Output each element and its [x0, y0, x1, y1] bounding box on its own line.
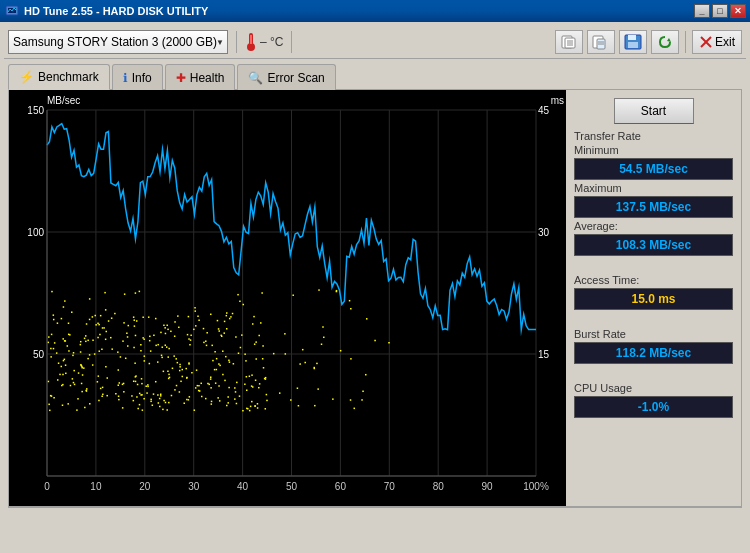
exit-label: Exit: [715, 35, 735, 49]
health-tab-icon: ✚: [176, 71, 186, 85]
toolbar-sep-1: [236, 31, 237, 53]
drive-select[interactable]: Samsung STORY Station 3 (2000 GB): [8, 30, 228, 54]
transfer-rate-section: Transfer Rate Minimum 54.5 MB/sec Maximu…: [574, 130, 733, 256]
tabs: ⚡ Benchmark ℹ Info ✚ Health 🔍 Error Scan: [4, 61, 746, 89]
access-time-value: 15.0 ms: [574, 288, 733, 310]
drive-select-wrapper: Samsung STORY Station 3 (2000 GB): [8, 30, 228, 54]
tab-health[interactable]: ✚ Health: [165, 64, 236, 90]
bottom-bar: [8, 507, 742, 527]
minimize-button[interactable]: _: [694, 4, 710, 18]
window-title: HD Tune 2.55 - HARD DISK UTILITY: [24, 5, 694, 17]
average-value: 108.3 MB/sec: [574, 234, 733, 256]
access-time-section: Access Time: 15.0 ms: [574, 274, 733, 310]
errorscan-tab-icon: 🔍: [248, 71, 263, 85]
benchmark-tab-label: Benchmark: [38, 70, 99, 84]
tab-error-scan[interactable]: 🔍 Error Scan: [237, 64, 335, 90]
divider-3: [574, 370, 733, 376]
burst-rate-section: Burst Rate 118.2 MB/sec: [574, 328, 733, 364]
cpu-usage-section: CPU Usage -1.0%: [574, 382, 733, 418]
minimum-value: 54.5 MB/sec: [574, 158, 733, 180]
maximize-button[interactable]: □: [712, 4, 728, 18]
burst-rate-label: Burst Rate: [574, 328, 733, 340]
tab-info[interactable]: ℹ Info: [112, 64, 163, 90]
toolbar: Samsung STORY Station 3 (2000 GB) – °C: [4, 26, 746, 59]
titlebar-buttons: _ □ ✕: [694, 4, 746, 18]
app-icon: [4, 3, 20, 19]
info-tab-label: Info: [132, 71, 152, 85]
exit-icon: [699, 35, 713, 49]
temperature-display: – °C: [245, 32, 283, 52]
tab-benchmark[interactable]: ⚡ Benchmark: [8, 64, 110, 90]
divider-1: [574, 262, 733, 268]
health-tab-label: Health: [190, 71, 225, 85]
divider-2: [574, 316, 733, 322]
close-button[interactable]: ✕: [730, 4, 746, 18]
benchmark-chart: [9, 90, 566, 506]
exit-button[interactable]: Exit: [692, 30, 742, 54]
access-time-label: Access Time:: [574, 274, 733, 286]
thermometer-icon: [245, 32, 257, 52]
svg-rect-15: [628, 35, 636, 40]
errorscan-tab-label: Error Scan: [267, 71, 324, 85]
minimum-label: Minimum: [574, 144, 733, 156]
main-window: Samsung STORY Station 3 (2000 GB) – °C: [0, 22, 750, 531]
svg-marker-17: [667, 38, 671, 42]
maximum-label: Maximum: [574, 182, 733, 194]
right-panel: Start Transfer Rate Minimum 54.5 MB/sec …: [566, 90, 741, 506]
maximum-value: 137.5 MB/sec: [574, 196, 733, 218]
toolbar-icon-1[interactable]: [555, 30, 583, 54]
svg-rect-4: [250, 35, 252, 44]
cpu-usage-label: CPU Usage: [574, 382, 733, 394]
toolbar-icons: Exit: [555, 30, 742, 54]
toolbar-icon-2[interactable]: [587, 30, 615, 54]
title-bar: HD Tune 2.55 - HARD DISK UTILITY _ □ ✕: [0, 0, 750, 22]
refresh-button[interactable]: [651, 30, 679, 54]
info-tab-icon: ℹ: [123, 71, 128, 85]
start-button[interactable]: Start: [614, 98, 694, 124]
toolbar-sep-3: [685, 31, 686, 53]
toolbar-sep-2: [291, 31, 292, 53]
svg-point-3: [247, 43, 255, 51]
burst-rate-value: 118.2 MB/sec: [574, 342, 733, 364]
temperature-value: – °C: [260, 35, 283, 49]
cpu-usage-value: -1.0%: [574, 396, 733, 418]
svg-rect-16: [628, 42, 638, 48]
save-button[interactable]: [619, 30, 647, 54]
content-area: Start Transfer Rate Minimum 54.5 MB/sec …: [8, 89, 742, 507]
transfer-rate-label: Transfer Rate: [574, 130, 733, 142]
benchmark-tab-icon: ⚡: [19, 70, 34, 84]
chart-area: [9, 90, 566, 506]
average-label: Average:: [574, 220, 733, 232]
